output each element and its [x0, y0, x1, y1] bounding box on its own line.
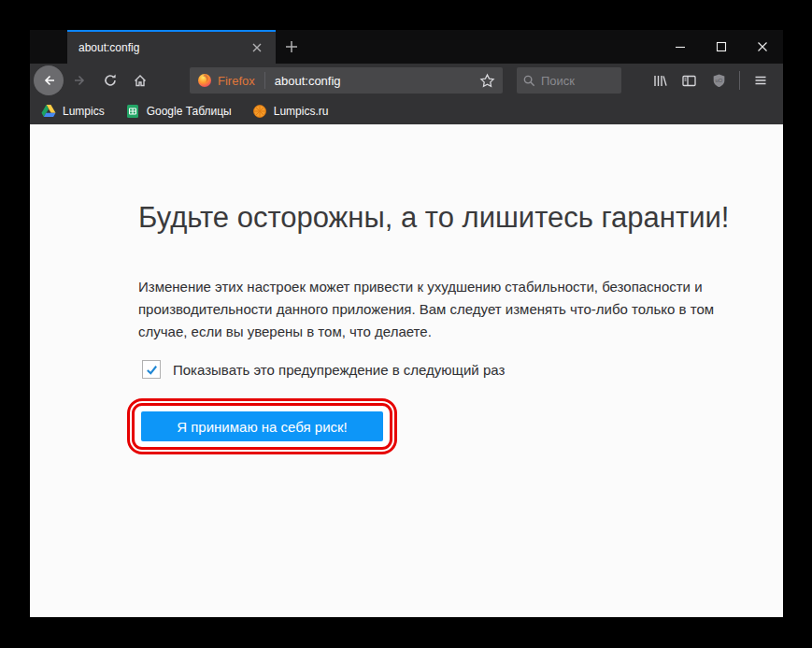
menu-hamburger-icon[interactable]: [746, 65, 776, 95]
search-icon: [522, 74, 536, 88]
firefox-logo-icon: [197, 73, 212, 88]
bookmarks-toolbar: Lumpics Google Таблицы Lumpics.ru: [30, 97, 783, 124]
red-highlight-annotation-inner: Я принимаю на себя риск!: [132, 403, 392, 450]
new-tab-icon[interactable]: [276, 30, 307, 64]
bookmark-star-icon[interactable]: [479, 73, 495, 89]
bookmark-lumpics[interactable]: Lumpics: [41, 104, 105, 118]
reload-icon[interactable]: [95, 65, 125, 95]
page-title: Будьте осторожны, а то лишитесь гарантии…: [138, 201, 746, 235]
url-bar[interactable]: Firefox about:config: [190, 67, 503, 94]
minimize-icon[interactable]: [660, 30, 701, 64]
maximize-icon[interactable]: [701, 30, 742, 64]
identity-label: Firefox: [218, 74, 255, 88]
navigation-toolbar: Firefox about:config uO: [30, 64, 783, 97]
svg-text:uO: uO: [715, 78, 722, 83]
warning-text: Изменение этих настроек может привести к…: [138, 276, 727, 343]
tab-bar: about:config: [30, 30, 783, 64]
window-controls: [660, 30, 783, 64]
back-icon: [34, 65, 64, 95]
firefox-window: about:config: [30, 30, 783, 617]
tab-title: about:config: [78, 41, 246, 54]
close-window-icon[interactable]: [742, 30, 783, 64]
bookmark-lumpics-ru[interactable]: Lumpics.ru: [252, 104, 329, 119]
bookmark-label: Google Таблицы: [147, 105, 232, 118]
google-sheets-icon: [125, 104, 140, 119]
accept-risk-button[interactable]: Я принимаю на себя риск!: [141, 411, 383, 441]
google-drive-icon: [41, 104, 56, 118]
show-warning-row: Показывать это предупреждение в следующи…: [142, 360, 746, 379]
back-button[interactable]: [32, 65, 65, 95]
show-warning-checkbox[interactable]: [142, 360, 161, 379]
home-icon[interactable]: [125, 65, 155, 95]
about-config-warning-page: Будьте осторожны, а то лишитесь гарантии…: [30, 124, 783, 617]
url-value: about:config: [275, 74, 479, 88]
url-separator: [264, 72, 265, 89]
search-bar[interactable]: [517, 67, 621, 94]
red-highlight-annotation: Я принимаю на себя риск!: [127, 398, 397, 454]
toolbar-right-icons: uO: [644, 65, 783, 95]
bookmark-label: Lumpics.ru: [274, 105, 329, 118]
bookmark-label: Lumpics: [63, 105, 105, 118]
forward-icon[interactable]: [65, 65, 95, 95]
show-warning-label[interactable]: Показывать это предупреждение в следующи…: [173, 362, 505, 378]
toolbar-separator: [739, 71, 740, 90]
identity-badge[interactable]: Firefox: [197, 73, 255, 88]
orange-icon: [252, 104, 267, 119]
sidebar-icon[interactable]: [674, 65, 704, 95]
tab-about-config[interactable]: about:config: [67, 30, 276, 64]
bookmark-google-tables[interactable]: Google Таблицы: [125, 104, 232, 119]
search-input[interactable]: [541, 74, 606, 88]
tab-close-icon[interactable]: [246, 36, 268, 59]
checkmark-icon: [145, 363, 159, 377]
library-icon[interactable]: [644, 65, 674, 95]
ublock-shield-icon[interactable]: uO: [704, 65, 734, 95]
